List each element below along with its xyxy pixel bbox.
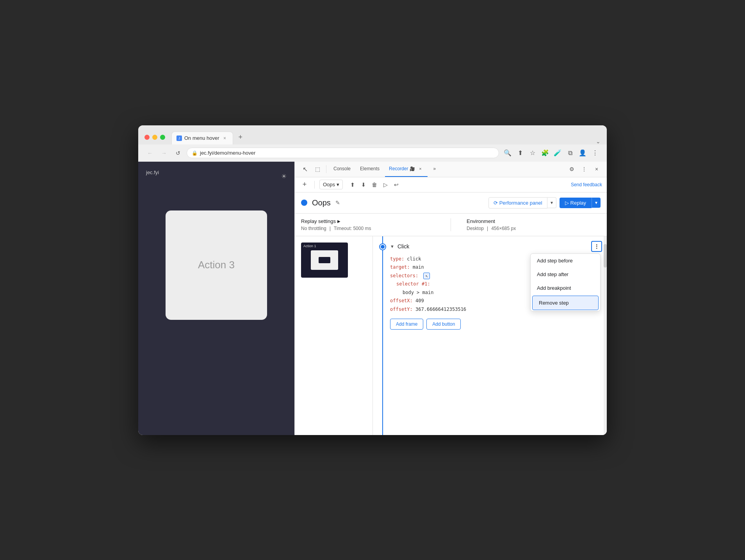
- ctx-add-step-before[interactable]: Add step before: [531, 254, 600, 268]
- tab-elements[interactable]: Elements: [356, 161, 383, 177]
- recording-name: Oops: [323, 182, 335, 187]
- action-thumbnail: Action 1: [301, 243, 348, 278]
- add-frame-btn[interactable]: Add frame: [390, 319, 423, 330]
- rec-toolbar-icons: ⬆ ⬇ 🗑 ▷ ↩: [348, 180, 401, 190]
- tab-close-btn[interactable]: ×: [222, 135, 228, 141]
- perf-icon: ⟳: [494, 200, 498, 206]
- rec-add-btn[interactable]: +: [299, 180, 310, 190]
- site-label: jec.fyi: [146, 169, 159, 175]
- environment-title: Environment: [467, 218, 601, 224]
- import-btn[interactable]: ⬇: [358, 180, 369, 190]
- selector-icon: ↖: [423, 273, 430, 279]
- steps-column: ▼ Click ⋮ type: click target: main: [373, 236, 607, 435]
- back-btn[interactable]: ←: [144, 148, 155, 159]
- recording-title: Oops: [312, 198, 331, 207]
- action-card-label: Action 3: [198, 259, 235, 271]
- devtools-panel: ↖ ⬚ Console Elements Recorder 🎥 × »: [294, 162, 607, 435]
- thumbnail-slot: [319, 257, 330, 263]
- add-button-btn[interactable]: Add button: [426, 319, 461, 330]
- sidebar-btn[interactable]: ⧉: [565, 148, 576, 159]
- tab-console[interactable]: Console: [330, 161, 355, 177]
- menu-btn[interactable]: ⋮: [590, 148, 601, 159]
- step-menu-btn[interactable]: ⋮: [591, 241, 602, 252]
- context-menu: Add step before Add step after Add break…: [530, 253, 601, 311]
- active-tab[interactable]: J On menu hover ×: [171, 132, 233, 144]
- maximize-button[interactable]: [160, 135, 165, 140]
- step-header: ▼ Click ⋮: [390, 241, 602, 252]
- replay-settings-title[interactable]: Replay settings ▶: [301, 218, 435, 224]
- recorder-badge: 🎥: [410, 166, 415, 171]
- settings-area: Replay settings ▶ No throttling | Timeou…: [295, 214, 607, 236]
- rec-toolbar-separator: [314, 181, 315, 189]
- dt-right-tools: ⚙ ⋮ ×: [566, 164, 602, 175]
- dropdown-chevron-icon: ▾: [337, 182, 339, 187]
- scrollbar-track: [604, 236, 607, 435]
- environment-detail: Desktop | 456×685 px: [467, 226, 601, 231]
- profile-btn[interactable]: 👤: [577, 148, 588, 159]
- tab-more[interactable]: »: [429, 161, 440, 177]
- ctx-add-breakpoint[interactable]: Add breakpoint: [531, 281, 600, 295]
- export-btn[interactable]: ⬆: [348, 180, 358, 190]
- replay-label: Replay: [570, 200, 586, 206]
- delete-recording-btn[interactable]: 🗑: [369, 180, 380, 190]
- toolbar-separator: [326, 165, 326, 173]
- action-card: Action 3: [166, 210, 267, 320]
- timeout-label: Timeout: 5000 ms: [334, 226, 371, 231]
- run-btn[interactable]: ▷: [380, 180, 390, 190]
- traffic-lights: [144, 135, 165, 140]
- address-bar[interactable]: 🔒 jec.fyi/demo/menu-hover: [187, 148, 499, 158]
- undo-btn[interactable]: ↩: [391, 180, 401, 190]
- theme-toggle-icon[interactable]: ☀: [281, 173, 287, 180]
- webpage-panel: jec.fyi ☀ Action 3: [138, 162, 294, 435]
- edit-title-icon[interactable]: ✎: [335, 200, 340, 206]
- bookmark-btn[interactable]: ☆: [527, 148, 538, 159]
- scrollbar-thumb[interactable]: [604, 244, 607, 268]
- settings-pipe: |: [330, 226, 331, 231]
- devtools-more-btn[interactable]: ⋮: [579, 164, 590, 175]
- step-buttons: Add frame Add button: [390, 319, 602, 330]
- replay-settings-section: Replay settings ▶ No throttling | Timeou…: [301, 218, 435, 231]
- resolution-label: 456×685 px: [491, 226, 516, 231]
- forward-btn[interactable]: →: [159, 148, 169, 159]
- tab-title: On menu hover: [184, 135, 219, 141]
- perf-dropdown-btn[interactable]: ▾: [547, 197, 556, 208]
- cursor-tool-btn[interactable]: ↖: [299, 164, 310, 175]
- replay-dropdown-btn[interactable]: ▾: [592, 198, 601, 208]
- replay-btn[interactable]: ▷ Replay: [560, 198, 592, 208]
- environment-section: Environment Desktop | 456×685 px: [467, 218, 601, 231]
- step-dot: [380, 244, 385, 250]
- reload-btn[interactable]: ↺: [173, 148, 184, 159]
- tab-favicon: J: [176, 136, 182, 141]
- env-pipe: |: [487, 226, 488, 231]
- timeline-column: Action 1: [295, 236, 373, 435]
- perf-label: Performance panel: [499, 200, 542, 206]
- ctx-add-step-after[interactable]: Add step after: [531, 268, 600, 281]
- ctx-remove-step[interactable]: Remove step: [532, 296, 599, 310]
- throttling-label: No throttling: [301, 226, 326, 231]
- share-btn[interactable]: ⬆: [515, 148, 526, 159]
- tab-recorder[interactable]: Recorder 🎥 ×: [385, 161, 428, 177]
- desktop-label: Desktop: [467, 226, 484, 231]
- dt-toolbar: ↖ ⬚ Console Elements Recorder 🎥 × »: [295, 162, 607, 177]
- labs-btn[interactable]: 🧪: [552, 148, 563, 159]
- new-tab-btn[interactable]: +: [235, 130, 247, 144]
- settings-detail: No throttling | Timeout: 5000 ms: [301, 226, 435, 231]
- search-btn[interactable]: 🔍: [502, 148, 513, 159]
- devtools-settings-btn[interactable]: ⚙: [566, 164, 577, 175]
- rec-body: Action 1 ▼ Click ⋮: [295, 236, 607, 435]
- lock-icon: 🔒: [192, 150, 198, 156]
- performance-panel-btn[interactable]: ⟳ Performance panel: [488, 197, 547, 209]
- close-button[interactable]: [144, 135, 150, 140]
- url-text: jec.fyi/demo/menu-hover: [200, 150, 494, 156]
- device-tool-btn[interactable]: ⬚: [312, 164, 323, 175]
- extension-btn[interactable]: 🧩: [540, 148, 551, 159]
- send-feedback-link[interactable]: Send feedback: [571, 182, 602, 187]
- recording-selector[interactable]: Oops ▾: [319, 180, 343, 189]
- recorder-tab-close-btn[interactable]: ×: [417, 165, 424, 172]
- minimize-button[interactable]: [152, 135, 157, 140]
- step-chevron-icon: ▼: [390, 244, 394, 249]
- tab-list-chevron[interactable]: ⌄: [596, 138, 601, 144]
- recording-dot: [301, 200, 307, 206]
- replay-icon: ▷: [565, 200, 569, 206]
- devtools-close-btn[interactable]: ×: [591, 164, 602, 175]
